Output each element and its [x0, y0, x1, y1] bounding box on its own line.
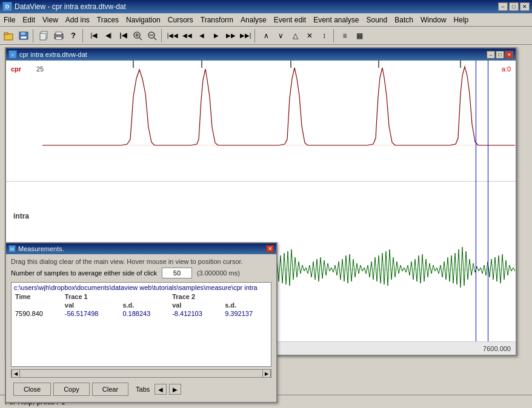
- cell-t1-sd: 0.188243: [119, 309, 168, 318]
- inner-close-button[interactable]: ✕: [505, 51, 513, 59]
- menu-navigation[interactable]: Navigation: [122, 15, 164, 25]
- measurements-close-button[interactable]: ✕: [266, 245, 274, 252]
- menu-traces[interactable]: Traces: [93, 15, 122, 25]
- nav-prev-button[interactable]: ◀|: [102, 29, 115, 42]
- x-axis-value: 7600.000: [483, 345, 511, 352]
- svg-rect-9: [56, 37, 62, 39]
- inner-minimize-button[interactable]: –: [487, 51, 495, 59]
- clear-button[interactable]: Clear: [92, 383, 128, 396]
- cell-t1-val: -56.517498: [61, 309, 119, 318]
- nav-fwd-button[interactable]: ▶▶: [224, 29, 238, 42]
- main-area: c cpr intra extra.dtvw-dat – □ ✕ cpr 25 …: [0, 45, 532, 395]
- col-trace2-header: Trace 2: [168, 292, 271, 301]
- measurements-table-container: c:\users\wjh\dropbox\documents\dataview …: [11, 282, 271, 367]
- cursor-del-button[interactable]: ✕: [303, 29, 316, 42]
- cell-time: 7590.840: [12, 309, 61, 318]
- minimize-button[interactable]: –: [498, 2, 508, 11]
- tab-next-button[interactable]: ▶: [169, 384, 181, 395]
- toolbar-separator-3: [161, 29, 164, 42]
- nav-step-fwd-button[interactable]: ▶: [210, 29, 223, 42]
- inner-window-title: cpr intra extra.dtvw-dat: [19, 51, 487, 58]
- menu-transform[interactable]: Transform: [197, 15, 237, 25]
- tabs-label: Tabs: [136, 386, 150, 393]
- open-button[interactable]: [2, 29, 16, 42]
- menu-window[interactable]: Window: [417, 15, 450, 25]
- copy-button[interactable]: [38, 29, 51, 42]
- menu-edit[interactable]: Edit: [19, 15, 39, 25]
- maximize-button[interactable]: □: [509, 2, 519, 11]
- tab-prev-button[interactable]: ◀: [155, 384, 167, 395]
- samples-ms: (3.000000 ms): [197, 269, 240, 277]
- col-time-header: Time: [12, 292, 61, 301]
- measurements-description: Drag this dialog clear of the main view.…: [11, 258, 271, 265]
- layout-button[interactable]: ▦: [353, 29, 366, 42]
- menu-cursors[interactable]: Cursors: [164, 15, 197, 25]
- close-button[interactable]: Close: [13, 383, 51, 396]
- scroll-left-button[interactable]: ◀: [12, 369, 20, 378]
- svg-line-11: [139, 38, 142, 40]
- menu-analyse[interactable]: Analyse: [237, 15, 270, 25]
- cpr-trace-svg: [6, 61, 516, 182]
- inner-maximize-button[interactable]: □: [496, 51, 504, 59]
- nav-rewind-button[interactable]: ◀◀: [181, 29, 194, 42]
- cell-t2-val: -8.412103: [168, 309, 221, 318]
- menu-help[interactable]: Help: [450, 15, 473, 25]
- nav-start-button[interactable]: |◀: [87, 29, 101, 42]
- grid-button[interactable]: ≡: [338, 29, 351, 42]
- col-t2-val-sub: val: [168, 301, 221, 309]
- save-button[interactable]: [17, 29, 30, 42]
- col-time-sub: [12, 301, 61, 309]
- menu-batch[interactable]: Batch: [391, 15, 417, 25]
- inner-title-bar: c cpr intra extra.dtvw-dat – □ ✕: [6, 48, 516, 61]
- file-path: c:\users\wjh\dropbox\documents\dataview …: [12, 283, 271, 292]
- svg-rect-3: [21, 32, 25, 35]
- inner-window-buttons: – □ ✕: [487, 51, 513, 59]
- cell-t2-sd: 9.392137: [221, 309, 271, 318]
- scroll-track[interactable]: [20, 370, 262, 377]
- menu-view[interactable]: View: [39, 15, 62, 25]
- table-row: 7590.840 -56.517498 0.188243 -8.412103 9…: [12, 309, 271, 318]
- measurements-table: Time Trace 1 Trace 2 val s.d. val s.d.: [12, 292, 271, 318]
- svg-rect-6: [40, 33, 46, 40]
- app-title: DataView - cpr intra extra.dtvw-dat: [15, 2, 498, 11]
- measurements-title: Measurements.: [18, 245, 266, 252]
- nav-back-button[interactable]: |◀: [116, 29, 130, 42]
- menu-event-analyse[interactable]: Event analyse: [310, 15, 362, 25]
- menu-sound[interactable]: Sound: [363, 15, 391, 25]
- print-button[interactable]: [52, 29, 65, 42]
- svg-line-15: [154, 38, 156, 40]
- col-t1-val-sub: val: [61, 301, 119, 309]
- inner-window-icon: c: [8, 50, 17, 59]
- col-t1-sd-sub: s.d.: [119, 301, 168, 309]
- measurements-title-bar: M Measurements. ✕: [6, 243, 276, 254]
- top-trace: cpr 25 a:0: [6, 61, 516, 182]
- cursor-down-button[interactable]: ∨: [274, 29, 287, 42]
- measurements-dialog: M Measurements. ✕ Drag this dialog clear…: [5, 242, 278, 403]
- samples-row: Number of samples to average either side…: [11, 268, 271, 278]
- toolbar-separator-1: [33, 29, 35, 42]
- nav-last-button[interactable]: ▶▶|: [239, 29, 252, 42]
- nav-first-button[interactable]: |◀◀: [166, 29, 179, 42]
- cursor-line-1: [476, 61, 476, 341]
- samples-label: Number of samples to average either side…: [11, 269, 157, 277]
- menu-event-edit[interactable]: Event edit: [270, 15, 310, 25]
- title-bar-buttons: – □ ✕: [498, 2, 530, 11]
- samples-input[interactable]: [162, 268, 192, 278]
- copy-button[interactable]: Copy: [53, 383, 90, 396]
- menu-file[interactable]: File: [0, 15, 19, 25]
- zoom-out-button[interactable]: [145, 29, 159, 42]
- help-button[interactable]: ?: [67, 29, 80, 42]
- measurements-icon: M: [8, 245, 16, 252]
- scroll-right-button[interactable]: ▶: [262, 369, 271, 378]
- table-scrollbar[interactable]: ◀ ▶: [11, 369, 271, 378]
- nav-step-back-button[interactable]: ◀: [195, 29, 208, 42]
- svg-rect-1: [4, 33, 8, 35]
- menu-addins[interactable]: Add ins: [62, 15, 93, 25]
- close-button[interactable]: ✕: [520, 2, 530, 11]
- cursor-up-button[interactable]: ∧: [259, 29, 273, 42]
- svg-rect-4: [21, 36, 27, 39]
- toolbar: ? |◀ ◀| |◀ |◀◀ ◀◀ ◀ ▶ ▶▶ ▶▶| ∧ ∨ △ ✕ ↕ ≡…: [0, 27, 532, 45]
- zoom-in-button[interactable]: [131, 29, 144, 42]
- cursor-peak-button[interactable]: △: [288, 29, 302, 42]
- cursor-range-button[interactable]: ↕: [318, 29, 331, 42]
